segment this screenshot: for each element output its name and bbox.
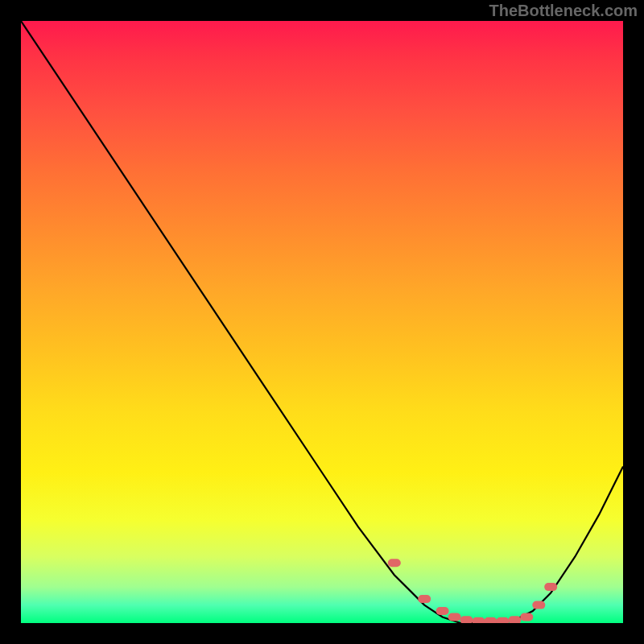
gradient-background [21, 21, 623, 623]
watermark-text: TheBottleneck.com [489, 2, 638, 20]
plot-area [21, 21, 623, 623]
